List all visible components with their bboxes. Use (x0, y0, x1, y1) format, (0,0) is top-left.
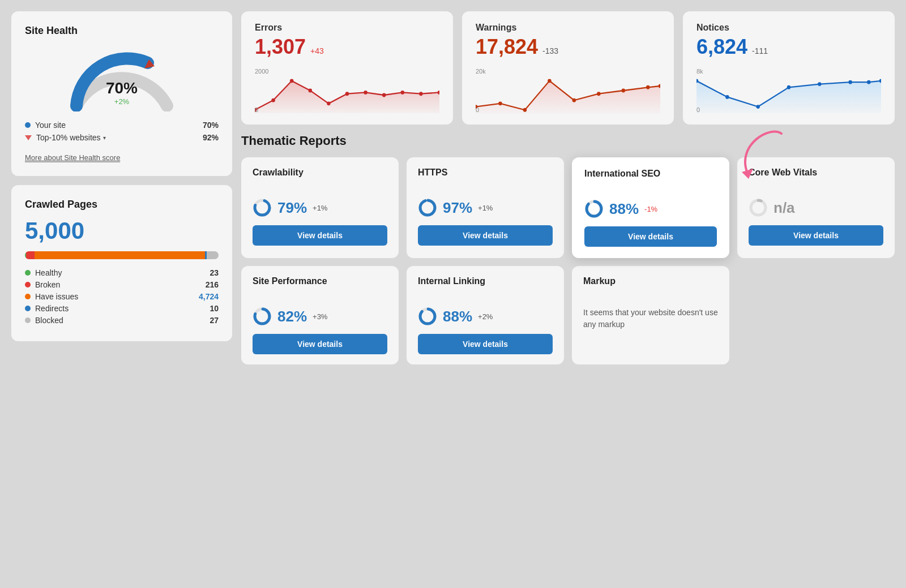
left-column: Site Health 70% +2% Your (11, 11, 232, 364)
notices-chart-bottom: 0 (696, 106, 700, 113)
errors-change: +43 (310, 46, 324, 55)
score-internal-linking: 88% (443, 308, 472, 325)
svg-point-9 (401, 91, 405, 95)
gauge-percent: 70% (106, 79, 138, 97)
svg-point-4 (309, 89, 313, 93)
report-title-international-seo: International SEO (584, 169, 717, 194)
donut-https (418, 198, 437, 217)
svg-point-27 (867, 80, 871, 84)
svg-point-36 (751, 200, 766, 215)
right-column: Errors 1,307 +43 2000 (241, 11, 895, 364)
report-card-internal-linking: Internal Linking 88% +2% View details (407, 266, 564, 364)
top-sites-triangle (25, 135, 32, 140)
your-site-dot (25, 122, 31, 128)
dot-issues (25, 294, 31, 299)
warnings-change: -133 (542, 46, 558, 55)
donut-crawlability (253, 198, 272, 217)
change-internal-linking: +2% (478, 312, 493, 321)
score-row-international-seo: 88% -1% (584, 199, 717, 218)
warnings-value: 17,824 (476, 35, 538, 59)
svg-point-17 (597, 92, 601, 96)
notices-chart-top: 8k (696, 68, 703, 75)
notices-change: -111 (752, 46, 768, 55)
donut-site-performance (253, 307, 272, 326)
report-card-core-web-vitals: Core Web Vitals n/a View details (737, 157, 895, 258)
warnings-title: Warnings (476, 23, 660, 33)
top-sites-value: 92% (203, 133, 219, 142)
svg-point-6 (345, 92, 349, 96)
svg-point-25 (818, 82, 822, 86)
view-details-internal-linking[interactable]: View details (418, 334, 553, 354)
score-row-site-performance: 82% +3% (253, 307, 387, 326)
value-healthy: 23 (210, 268, 219, 277)
pb-broken (26, 251, 35, 259)
view-details-international-seo[interactable]: View details (584, 226, 717, 247)
notices-value: 6,824 (696, 35, 747, 59)
label-blocked: Blocked (35, 316, 63, 325)
report-title-https: HTTPS (418, 168, 553, 192)
legend-redirects: Redirects 10 (25, 304, 219, 313)
value-issues: 4,724 (199, 292, 219, 301)
value-redirects: 10 (210, 304, 219, 313)
notices-chart: 8k (696, 68, 881, 113)
svg-point-18 (622, 89, 626, 93)
svg-point-8 (382, 93, 386, 97)
legend-blocked: Blocked 27 (25, 316, 219, 325)
view-details-https[interactable]: View details (418, 225, 553, 246)
notices-card: Notices 6,824 -111 8k (683, 11, 895, 125)
thematic-section: Thematic Reports Crawlability (241, 134, 895, 364)
gauge-container: 70% +2% (25, 44, 219, 111)
report-card-international-seo: International SEO 88% -1% View details (572, 157, 729, 258)
legend-healthy: Healthy 23 (25, 268, 219, 277)
view-details-core-web-vitals[interactable]: View details (749, 225, 883, 246)
pb-issues (35, 251, 205, 259)
value-blocked: 27 (210, 316, 219, 325)
errors-chart: 2000 (255, 68, 439, 113)
errors-value: 1,307 (255, 35, 306, 59)
svg-point-2 (271, 98, 275, 102)
donut-core-web-vitals (749, 198, 768, 217)
change-https: +1% (478, 204, 493, 212)
svg-point-41 (420, 309, 435, 324)
svg-point-15 (548, 79, 552, 83)
score-row-core-web-vitals: n/a (749, 198, 883, 217)
errors-chart-svg (255, 68, 439, 113)
notices-title: Notices (696, 23, 881, 33)
gauge-change: +2% (106, 97, 138, 106)
dashboard: Site Health 70% +2% Your (11, 11, 895, 374)
warnings-chart-svg (476, 68, 660, 113)
your-site-value: 70% (203, 121, 219, 130)
donut-internal-linking (418, 307, 437, 326)
svg-point-22 (725, 95, 729, 99)
score-core-web-vitals: n/a (773, 199, 795, 217)
svg-point-23 (756, 105, 760, 109)
site-health-title: Site Health (25, 25, 219, 37)
report-title-site-performance: Site Performance (253, 276, 387, 301)
report-title-markup: Markup (583, 276, 718, 301)
svg-point-24 (787, 85, 791, 89)
warnings-chart: 20k (476, 68, 660, 113)
reports-grid: Crawlability 79% +1% View details HTTPS (241, 157, 895, 364)
notices-chart-svg (696, 68, 881, 113)
dot-broken (25, 282, 31, 287)
crawled-pages-title: Crawled Pages (25, 199, 219, 211)
svg-point-13 (498, 101, 502, 105)
your-site-row: Your site 70% (25, 121, 219, 130)
errors-card: Errors 1,307 +43 2000 (241, 11, 453, 125)
view-details-site-performance[interactable]: View details (253, 334, 387, 354)
report-title-core-web-vitals: Core Web Vitals (749, 168, 883, 192)
score-row-crawlability: 79% +1% (253, 198, 387, 217)
svg-point-7 (364, 91, 367, 95)
svg-point-35 (587, 201, 601, 216)
score-row-https: 97% +1% (418, 198, 553, 217)
dot-healthy (25, 270, 31, 276)
donut-international-seo (584, 199, 604, 218)
svg-point-16 (572, 98, 576, 102)
more-about-health-link[interactable]: More about Site Health score (25, 153, 120, 162)
value-broken: 216 (206, 280, 219, 289)
progress-bar (25, 251, 219, 259)
legend-broken: Broken 216 (25, 280, 219, 289)
view-details-crawlability[interactable]: View details (253, 225, 387, 246)
metrics-row: Errors 1,307 +43 2000 (241, 11, 895, 125)
chevron-down-icon[interactable]: ▾ (103, 135, 106, 141)
